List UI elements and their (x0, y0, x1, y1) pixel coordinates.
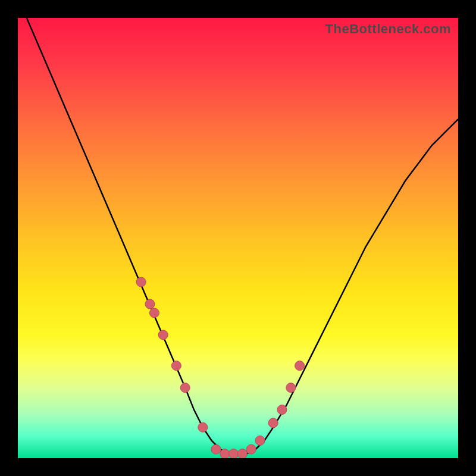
chart-svg (18, 18, 458, 458)
data-marker (229, 449, 239, 458)
data-marker (237, 449, 247, 458)
plot-area: TheBottleneck.com (18, 18, 458, 458)
data-marker (255, 436, 265, 445)
data-marker (277, 405, 287, 415)
data-marker (268, 418, 278, 428)
data-marker (136, 277, 146, 287)
data-marker (198, 422, 208, 432)
data-marker (211, 444, 221, 454)
data-marker (149, 308, 159, 318)
data-marker (158, 330, 168, 340)
bottleneck-curve (27, 18, 458, 454)
chart-container: TheBottleneck.com (0, 0, 476, 476)
data-marker (220, 449, 230, 458)
data-marker (171, 361, 181, 371)
data-marker (295, 361, 305, 371)
data-marker (180, 383, 190, 393)
data-marker (246, 444, 256, 454)
data-markers (136, 277, 304, 458)
data-marker (145, 299, 155, 309)
data-marker (286, 383, 296, 393)
